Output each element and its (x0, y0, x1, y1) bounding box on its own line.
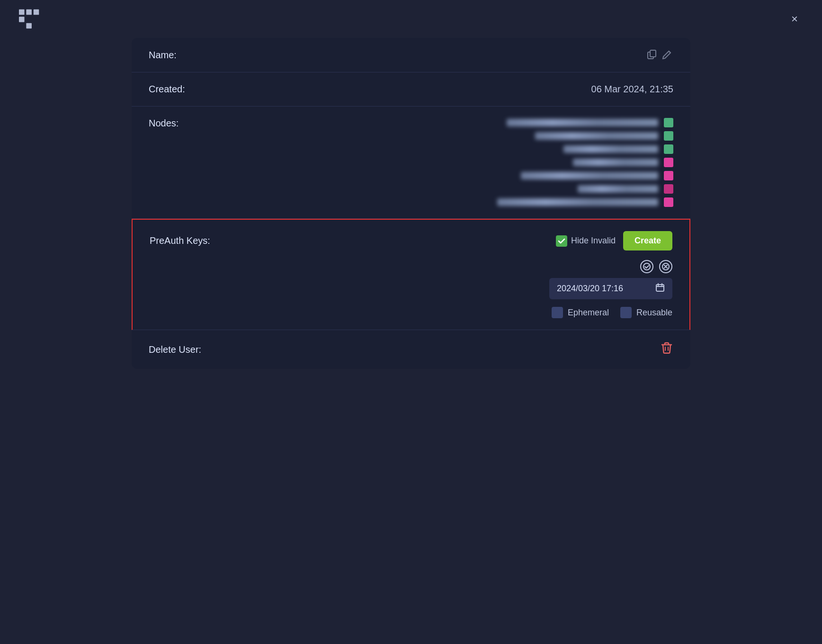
created-row: Created: 06 Mar 2024, 21:35 (132, 72, 690, 107)
node-text-blurred (521, 172, 658, 179)
svg-rect-0 (19, 9, 25, 15)
node-badge-green-3 (664, 144, 673, 154)
edit-icon[interactable] (662, 49, 673, 61)
nodes-list (197, 118, 673, 207)
node-badge-pink (664, 158, 673, 167)
node-badge-green (664, 118, 673, 127)
node-badge-green-2 (664, 131, 673, 141)
reusable-label: Reusable (636, 308, 672, 318)
ephemeral-checkbox[interactable] (552, 307, 563, 318)
node-item-7 (497, 197, 673, 207)
date-input-row: 2024/03/20 17:16 (150, 278, 672, 299)
svg-rect-2 (26, 9, 32, 15)
svg-rect-6 (650, 50, 656, 57)
node-text-blurred (507, 119, 658, 126)
preauth-label: PreAuth Keys: (150, 235, 210, 246)
node-text-blurred (578, 185, 658, 193)
hide-invalid-container: Hide Invalid (556, 235, 616, 247)
x-circle-icon[interactable] (659, 260, 672, 273)
svg-rect-9 (656, 285, 664, 291)
delete-label: Delete User: (149, 344, 201, 355)
ephemeral-checkbox-item: Ephemeral (552, 307, 609, 318)
node-item-4 (573, 158, 673, 167)
node-text-blurred (573, 159, 658, 166)
date-input-text: 2024/03/20 17:16 (557, 284, 650, 294)
app-logo (19, 9, 43, 28)
svg-rect-4 (34, 9, 39, 15)
top-bar: × (0, 0, 822, 38)
created-value: 06 Mar 2024, 21:35 (591, 84, 673, 95)
node-item-5 (521, 171, 673, 180)
node-text-blurred (535, 132, 658, 140)
preauth-section: PreAuth Keys: Hide Invalid Create (132, 219, 690, 330)
preauth-controls: Hide Invalid Create (556, 231, 672, 250)
copy-icon[interactable] (647, 49, 658, 61)
close-button[interactable]: × (786, 10, 803, 27)
checkboxes-row: Ephemeral Reusable (150, 307, 672, 318)
hide-invalid-checkbox[interactable] (556, 235, 567, 247)
ephemeral-label: Ephemeral (568, 308, 609, 318)
node-item-3 (563, 144, 673, 154)
node-badge-pink-2 (664, 171, 673, 180)
delete-row: Delete User: (132, 330, 690, 369)
node-text-blurred (497, 198, 658, 206)
svg-rect-1 (19, 17, 25, 22)
name-icons (647, 49, 673, 61)
delete-icon[interactable] (660, 341, 673, 358)
create-button[interactable]: Create (623, 231, 672, 250)
check-circle-icon[interactable] (640, 260, 653, 273)
date-input-container[interactable]: 2024/03/20 17:16 (549, 278, 672, 299)
reusable-checkbox[interactable] (620, 307, 632, 318)
hide-invalid-label: Hide Invalid (571, 236, 616, 246)
node-item-2 (535, 131, 673, 141)
node-badge-dark-pink (664, 184, 673, 194)
svg-rect-3 (26, 23, 32, 29)
reusable-checkbox-item: Reusable (620, 307, 672, 318)
modal-card: Name: Created: 06 Mar 2024, 21:35 Nodes: (132, 38, 690, 369)
name-row: Name: (132, 38, 690, 72)
preauth-header: PreAuth Keys: Hide Invalid Create (150, 231, 672, 250)
nodes-label: Nodes: (149, 118, 179, 129)
node-text-blurred (563, 145, 658, 153)
nodes-row: Nodes: (132, 107, 690, 219)
node-item-1 (507, 118, 673, 127)
name-label: Name: (149, 50, 177, 61)
node-badge-pink-3 (664, 197, 673, 207)
node-item-6 (578, 184, 673, 194)
calendar-icon[interactable] (655, 283, 665, 295)
created-label: Created: (149, 84, 185, 95)
preauth-row-icons (150, 260, 672, 273)
